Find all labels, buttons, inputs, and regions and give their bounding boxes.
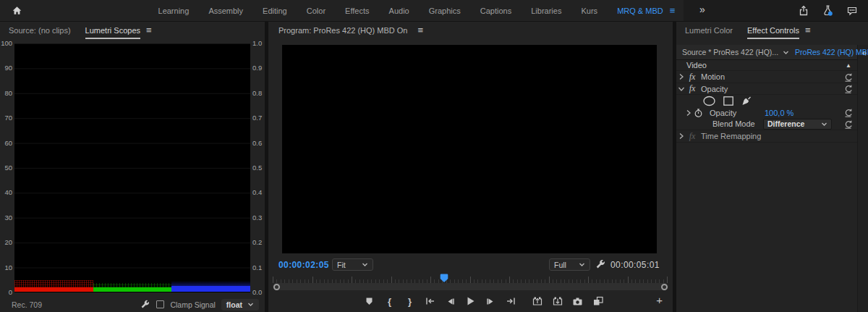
zoom-scrollbar[interactable] bbox=[273, 283, 668, 290]
chevron-right-icon[interactable] bbox=[676, 73, 686, 80]
stopwatch-icon[interactable] bbox=[694, 108, 703, 118]
fx-toggle-icon[interactable]: fx bbox=[686, 72, 698, 83]
opacity-param-label: Opacity bbox=[710, 109, 736, 117]
reset-icon[interactable] bbox=[843, 72, 853, 82]
scope-left-scale-label: 30 bbox=[0, 214, 12, 222]
mark-out-icon[interactable]: } bbox=[404, 295, 417, 307]
fx-toggle-icon[interactable]: fx bbox=[686, 83, 698, 94]
source-clip-selector[interactable]: Source * ProRes 422 (HQ)... ProRes 422 (… bbox=[676, 45, 857, 60]
opacity-parameter-row: Opacity 100,0 % bbox=[676, 107, 857, 118]
button-editor-icon[interactable]: + bbox=[656, 294, 663, 306]
go-to-in-icon[interactable] bbox=[424, 295, 437, 307]
scope-left-scale-label: 100 bbox=[0, 40, 12, 47]
effect-name-time-remapping[interactable]: Time Remapping bbox=[701, 132, 761, 140]
scrollbar-handle-right[interactable] bbox=[661, 284, 668, 290]
extract-icon[interactable] bbox=[551, 295, 564, 307]
timeline-view-strip bbox=[857, 45, 868, 312]
scope-right-scale-label: 0.8 bbox=[252, 90, 262, 97]
tab-lumetri-color[interactable]: Lumetri Color bbox=[685, 22, 733, 39]
workspace-overflow-icon[interactable]: » bbox=[699, 4, 705, 15]
zoom-level-value: Fit bbox=[337, 261, 346, 269]
effect-controls-panel: Lumetri Color Effect Controls ≡ Source *… bbox=[676, 22, 868, 312]
duration-timecode: 00:00:05:01 bbox=[610, 260, 660, 270]
scope-left-scale-label: 80 bbox=[0, 90, 12, 97]
playback-resolution-dropdown[interactable]: Full bbox=[549, 258, 590, 271]
mark-in-icon[interactable]: { bbox=[383, 295, 396, 307]
scope-right-scale-label: 0.2 bbox=[252, 239, 262, 246]
workspace-menu-icon[interactable]: ≡ bbox=[670, 5, 676, 16]
play-icon[interactable] bbox=[464, 295, 477, 307]
scrollbar-handle-left[interactable] bbox=[273, 284, 280, 290]
home-icon[interactable] bbox=[7, 3, 26, 18]
scope-left-scale-label: 70 bbox=[0, 114, 12, 122]
reset-icon[interactable] bbox=[843, 84, 853, 93]
tab-lumetri-scopes[interactable]: Lumetri Scopes bbox=[85, 22, 140, 39]
effect-row-opacity: fx Opacity bbox=[676, 83, 857, 95]
step-forward-icon[interactable] bbox=[485, 295, 498, 307]
monitor-settings-wrench-icon[interactable] bbox=[595, 259, 606, 270]
zoom-level-dropdown[interactable]: Fit bbox=[332, 258, 373, 271]
program-video-display bbox=[282, 45, 657, 253]
clamp-signal-label: Clamp Signal bbox=[170, 300, 215, 309]
waveform-display bbox=[14, 43, 250, 292]
workspace-tab-assembly[interactable]: Assembly bbox=[208, 7, 243, 15]
source-selector-label: Source * ProRes 422 (HQ)... bbox=[682, 48, 778, 56]
effect-row-motion: fx Motion bbox=[676, 71, 857, 83]
clip-name[interactable]: ProRes 422 (HQ) MBD... bbox=[795, 48, 868, 56]
panel-menu-icon[interactable]: ≡ bbox=[146, 25, 152, 37]
workspace-tab-learning[interactable]: Learning bbox=[158, 7, 190, 15]
blend-mode-value: Difference bbox=[767, 119, 804, 128]
comments-icon[interactable] bbox=[846, 5, 858, 17]
go-to-out-icon[interactable] bbox=[505, 295, 518, 307]
scope-right-scale-label: 0.7 bbox=[252, 114, 262, 122]
current-timecode[interactable]: 00:00:02:05 bbox=[278, 260, 329, 270]
collapse-section-icon[interactable]: ▲ bbox=[846, 62, 851, 69]
effect-name-motion[interactable]: Motion bbox=[701, 72, 725, 81]
tab-effect-controls[interactable]: Effect Controls bbox=[747, 22, 799, 39]
reset-icon[interactable] bbox=[843, 119, 853, 129]
reset-icon[interactable] bbox=[843, 108, 853, 117]
fx-toggle-icon[interactable]: fx bbox=[686, 131, 698, 142]
time-ruler[interactable] bbox=[273, 274, 668, 283]
chevron-right-icon[interactable] bbox=[676, 132, 686, 140]
workspace-tab-color[interactable]: Color bbox=[307, 7, 326, 15]
effect-name-opacity[interactable]: Opacity bbox=[701, 85, 728, 93]
chevron-down-icon[interactable] bbox=[783, 50, 789, 55]
panel-menu-icon[interactable]: ≡ bbox=[418, 25, 424, 37]
scope-left-scale-label: 0 bbox=[0, 289, 12, 296]
rectangle-mask-icon[interactable] bbox=[723, 96, 734, 106]
lift-icon[interactable] bbox=[531, 295, 544, 307]
scope-left-scale-label: 20 bbox=[0, 239, 12, 246]
step-back-icon[interactable] bbox=[444, 295, 457, 307]
workspace-tabs: LearningAssemblyEditingColorEffectsAudio… bbox=[148, 0, 685, 21]
blend-mode-dropdown[interactable]: Difference bbox=[763, 119, 832, 130]
workspace-tab-effects[interactable]: Effects bbox=[345, 7, 369, 15]
pen-mask-icon[interactable] bbox=[741, 96, 752, 106]
panel-menu-icon[interactable]: ≡ bbox=[805, 25, 811, 37]
clamp-signal-checkbox[interactable] bbox=[156, 300, 164, 308]
chevron-right-icon[interactable] bbox=[684, 109, 694, 117]
ellipse-mask-icon[interactable] bbox=[702, 96, 716, 106]
export-frame-icon[interactable] bbox=[571, 295, 584, 307]
workspace-tab-libraries[interactable]: Libraries bbox=[531, 7, 561, 15]
workspace-tab-graphics[interactable]: Graphics bbox=[429, 7, 461, 15]
mask-tools-row bbox=[676, 95, 857, 107]
scope-right-scale-label: 0.4 bbox=[252, 189, 262, 196]
comparison-view-icon[interactable] bbox=[592, 295, 605, 307]
playhead[interactable] bbox=[440, 274, 448, 283]
scope-right-scale-label: 0.0 bbox=[252, 289, 262, 296]
workspace-tab-audio[interactable]: Audio bbox=[389, 7, 409, 15]
workspace-tab-captions[interactable]: Captions bbox=[480, 7, 511, 15]
workspace-tab-mrq-mbd[interactable]: MRQ & MBD bbox=[617, 7, 663, 15]
workspace-tab-kurs[interactable]: Kurs bbox=[581, 7, 597, 15]
add-marker-icon[interactable] bbox=[363, 295, 376, 307]
scope-settings-wrench-icon[interactable] bbox=[140, 300, 150, 310]
tab-source[interactable]: Source: (no clips) bbox=[9, 22, 71, 39]
beta-flask-icon[interactable] bbox=[822, 4, 834, 17]
chevron-down-icon[interactable] bbox=[676, 86, 686, 92]
scope-format-dropdown[interactable]: float bbox=[221, 299, 259, 311]
workspace-tab-editing[interactable]: Editing bbox=[263, 7, 287, 15]
opacity-value[interactable]: 100,0 % bbox=[765, 109, 793, 117]
lumetri-scopes-panel: Source: (no clips) Lumetri Scopes ≡ 1009… bbox=[0, 22, 265, 312]
export-icon[interactable] bbox=[798, 5, 809, 17]
